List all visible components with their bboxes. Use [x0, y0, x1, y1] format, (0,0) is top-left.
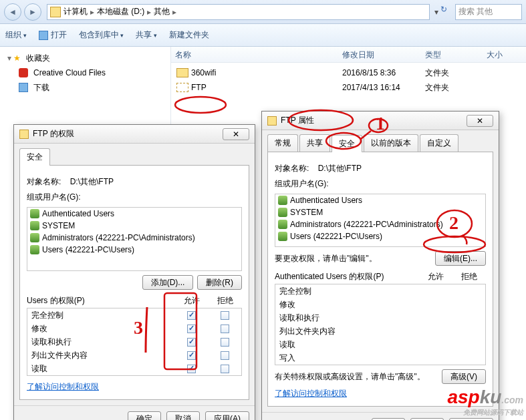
tab-previous[interactable]: 以前的版本: [364, 134, 418, 152]
file-modified: 2017/4/13 16:14: [342, 83, 425, 92]
group-item[interactable]: Authenticated Users: [27, 208, 241, 220]
users-icon: [30, 221, 39, 230]
allow-checkbox[interactable]: [187, 365, 196, 373]
navigation-bar: ◄ ► 计算机▸ 本地磁盘 (D:)▸ 其他▸ ▾ ↻ 搜索 其他: [0, 0, 526, 24]
share-menu[interactable]: 共享: [136, 29, 157, 41]
properties-dialog: FTP 属性 ✕ 常规 共享 安全 以前的版本 自定义 对象名称: D:\其他\…: [261, 111, 499, 420]
file-modified: 2016/8/15 8:36: [342, 68, 425, 77]
downloads-icon: [19, 83, 28, 92]
tab-general[interactable]: 常规: [267, 134, 298, 152]
history-dropdown[interactable]: ▾: [432, 7, 440, 17]
allow-checkbox[interactable]: [187, 311, 196, 320]
groups-label: 组或用户名(G):: [275, 178, 486, 190]
allow-header: 允许: [175, 295, 209, 306]
col-size[interactable]: 大小: [483, 47, 516, 62]
allow-checkbox[interactable]: [187, 338, 196, 347]
deny-checkbox[interactable]: [221, 311, 229, 320]
toolbar: 组织 打开 包含到库中 共享 新建文件夹: [0, 24, 526, 47]
users-icon: [30, 245, 39, 254]
allow-checkbox[interactable]: [187, 325, 196, 333]
deny-checkbox[interactable]: [221, 365, 229, 373]
deny-checkbox[interactable]: [221, 351, 229, 360]
favorites-header[interactable]: ▾★收藏夹: [0, 51, 170, 65]
add-button[interactable]: 添加(D)...: [142, 275, 194, 290]
crumb-2[interactable]: 其他: [154, 6, 170, 17]
group-item[interactable]: Administrators (422221-PC\Administrators…: [275, 218, 485, 230]
group-item[interactable]: Users (422221-PC\Users): [27, 244, 241, 256]
perm-for-label: Users 的权限(P): [27, 295, 175, 306]
groups-label: 组或用户名(G):: [27, 192, 242, 203]
refresh-button[interactable]: ↻: [440, 5, 455, 19]
folder-icon: [267, 116, 277, 126]
file-name: FTP: [191, 83, 342, 92]
remove-button[interactable]: 删除(R): [197, 275, 242, 290]
apply-button[interactable]: 应用(A): [205, 411, 249, 420]
folder-icon: [50, 7, 61, 17]
forward-button[interactable]: ►: [24, 3, 41, 21]
advanced-button[interactable]: 高级(V): [442, 369, 486, 384]
group-item[interactable]: Users (422221-PC\Users): [275, 230, 485, 242]
breadcrumb[interactable]: 计算机▸ 本地磁盘 (D:)▸ 其他▸: [47, 4, 430, 20]
users-icon: [278, 196, 287, 205]
back-button[interactable]: ◄: [4, 3, 21, 21]
column-headers[interactable]: 名称 修改日期 类型 大小: [171, 47, 526, 63]
tab-sharing[interactable]: 共享: [299, 134, 330, 152]
col-type[interactable]: 类型: [421, 47, 483, 62]
open-folder-icon: [176, 83, 188, 92]
file-row[interactable]: FTP 2017/4/13 16:14 文件夹: [171, 80, 526, 95]
tab-security[interactable]: 安全: [332, 135, 362, 152]
permissions-list: 完全控制 修改 读取和执行 列出文件夹内容 读取: [27, 308, 242, 376]
search-input[interactable]: 搜索 其他: [455, 4, 522, 20]
folder-icon: [19, 130, 29, 139]
deny-header: 拒绝: [209, 295, 242, 306]
crumb-0[interactable]: 计算机: [63, 6, 88, 17]
organize-menu[interactable]: 组织: [5, 29, 27, 41]
perm-for-label: Authenticated Users 的权限(P): [275, 271, 419, 282]
sidebar-item-ccf[interactable]: Creative Cloud Files: [0, 65, 170, 80]
deny-checkbox[interactable]: [221, 325, 229, 333]
groups-listbox[interactable]: Authenticated Users SYSTEM Administrator…: [275, 194, 486, 247]
cancel-button[interactable]: 取消: [166, 411, 200, 420]
group-item[interactable]: SYSTEM: [27, 220, 241, 232]
dialog-title: FTP 的权限: [33, 128, 74, 140]
edit-button[interactable]: 编辑(E)...: [435, 251, 486, 266]
users-icon: [278, 220, 287, 229]
permissions-list: 完全控制 修改 读取和执行 列出文件夹内容 读取 写入: [275, 284, 486, 365]
dialog-title: FTP 属性: [281, 115, 314, 126]
sidebar-item-downloads[interactable]: 下载: [0, 80, 170, 95]
deny-checkbox[interactable]: [221, 338, 229, 347]
object-value: D:\其他\FTP: [70, 177, 114, 186]
col-modified[interactable]: 修改日期: [338, 47, 421, 62]
crumb-1[interactable]: 本地磁盘 (D:): [97, 6, 144, 17]
tab-security[interactable]: 安全: [19, 148, 50, 166]
group-item[interactable]: Authenticated Users: [275, 194, 485, 206]
watermark: aspku.com 免费网站源码下载站: [447, 387, 523, 417]
tab-custom[interactable]: 自定义: [420, 134, 458, 152]
col-name[interactable]: 名称: [171, 47, 338, 62]
users-icon: [278, 232, 287, 241]
deny-header: 拒绝: [452, 271, 486, 282]
groups-listbox[interactable]: Authenticated Users SYSTEM Administrator…: [27, 207, 242, 271]
ok-button[interactable]: 确定: [128, 411, 161, 420]
group-item[interactable]: Administrators (422221-PC\Administrators…: [27, 232, 241, 244]
edit-hint: 要更改权限，请单击"编辑"。: [275, 253, 435, 264]
open-menu[interactable]: 打开: [39, 29, 67, 41]
group-item[interactable]: SYSTEM: [275, 206, 485, 218]
file-row[interactable]: 360wifi 2016/8/15 8:36 文件夹: [171, 65, 526, 80]
object-label: 对象名称:: [275, 164, 309, 173]
file-type: 文件夹: [425, 67, 487, 79]
include-menu[interactable]: 包含到库中: [79, 29, 124, 41]
file-name: 360wifi: [191, 68, 342, 77]
users-icon: [30, 209, 39, 218]
permissions-dialog: FTP 的权限 ✕ 安全 对象名称: D:\其他\FTP 组或用户名(G): A…: [13, 124, 255, 420]
advanced-hint: 有关特殊权限或高级设置，请单击"高级"。: [275, 371, 442, 383]
open-icon: [39, 31, 48, 40]
allow-checkbox[interactable]: [187, 351, 196, 360]
folder-icon: [176, 68, 188, 77]
help-link[interactable]: 了解访问控制和权限: [27, 382, 99, 391]
close-button[interactable]: ✕: [467, 115, 493, 127]
close-button[interactable]: ✕: [223, 128, 249, 140]
new-folder-button[interactable]: 新建文件夹: [169, 29, 209, 41]
file-type: 文件夹: [425, 82, 487, 93]
help-link[interactable]: 了解访问控制和权限: [275, 389, 347, 398]
